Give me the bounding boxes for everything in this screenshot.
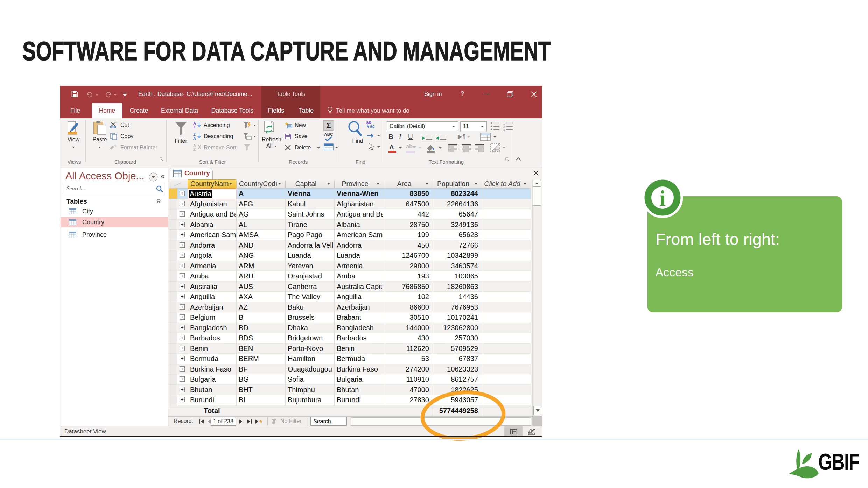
svg-text:3: 3: [503, 128, 505, 131]
svg-text:i: i: [659, 186, 666, 211]
svg-text:Z: Z: [193, 147, 196, 151]
svg-text:2: 2: [503, 125, 505, 128]
svg-text:Z: Z: [193, 125, 196, 129]
svg-text:1: 1: [503, 122, 505, 125]
svg-text:A: A: [193, 136, 196, 140]
